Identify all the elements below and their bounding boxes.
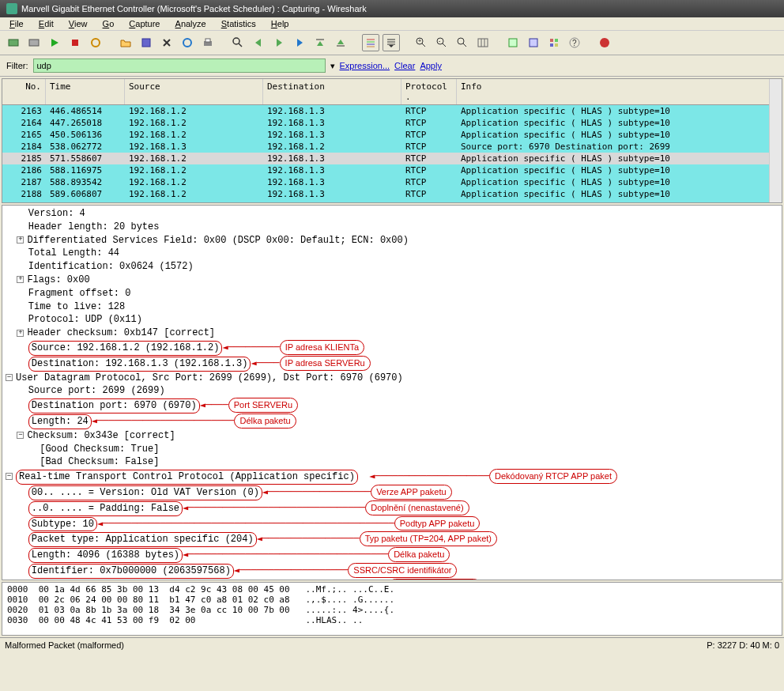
ip-hck: Header checksum: 0xb147 [correct]	[27, 327, 215, 338]
menu-statistics[interactable]: Statistics	[215, 17, 262, 31]
ip-ident: Identification: 0x0624 (1572)	[28, 261, 194, 272]
ann-decoded: Dekódovaný RTCP APP paket	[489, 469, 617, 484]
table-row[interactable]: 2163446.486514192.168.1.2192.168.1.3RTCP…	[2, 105, 782, 117]
btn-start[interactable]	[46, 34, 63, 51]
table-row[interactable]: 2186588.116975192.168.1.2192.168.1.3RTCP…	[2, 164, 782, 176]
btn-options[interactable]	[25, 34, 43, 51]
menu-view[interactable]: View	[62, 17, 94, 31]
btn-zoom-out[interactable]: -	[433, 34, 450, 51]
filter-apply[interactable]: Apply	[420, 61, 442, 70]
filter-clear[interactable]: Clear	[394, 61, 415, 70]
col-dst[interactable]: Destination	[263, 79, 401, 104]
btn-save[interactable]	[138, 34, 155, 51]
collapse-icon[interactable]: −	[6, 473, 13, 480]
svg-marker-2	[51, 39, 58, 47]
col-info[interactable]: Info	[457, 79, 782, 104]
filter-dropdown[interactable]: ▾	[330, 61, 335, 71]
table-row[interactable]: 2188589.606807192.168.1.2192.168.1.3RTCP…	[2, 188, 782, 200]
table-row[interactable]: 2185571.558607192.168.1.2192.168.1.3RTCP…	[2, 153, 782, 164]
svg-rect-38	[530, 39, 537, 47]
menu-analyze[interactable]: Analyze	[169, 17, 213, 31]
rtcp-pad: ..0. .... = Padding: False	[28, 501, 183, 516]
btn-auto-scroll[interactable]	[383, 34, 400, 51]
svg-rect-1	[29, 40, 39, 46]
btn-filters[interactable]	[504, 34, 522, 51]
btn-close[interactable]	[158, 34, 175, 51]
btn-back[interactable]	[250, 34, 267, 51]
ann-ptype: Typ paketu (TP=204, APP paket)	[360, 531, 497, 546]
ip-dst: Destination: 192.168.1.3 (192.168.1.3)	[28, 357, 251, 372]
btn-reload[interactable]	[179, 34, 196, 51]
svg-point-9	[233, 38, 239, 44]
toolbar: + - ?	[0, 31, 784, 55]
btn-misc[interactable]	[596, 34, 613, 51]
packet-bytes[interactable]: 0000 00 1a 4d 66 85 3b 00 13 d4 c2 9c 43…	[2, 582, 782, 636]
btn-find[interactable]	[229, 34, 247, 51]
packet-details[interactable]: Version: 4 Header length: 20 bytes +Diff…	[2, 205, 782, 580]
btn-interfaces[interactable]	[5, 34, 22, 51]
svg-rect-40	[555, 39, 558, 42]
btn-first[interactable]	[311, 34, 329, 51]
btn-coloring[interactable]	[525, 34, 542, 51]
udp-dport: Destination port: 6970 (6970)	[28, 398, 200, 413]
btn-zoom-1[interactable]	[454, 34, 471, 51]
ip-src: Source: 192.168.1.2 (192.168.1.2)	[28, 341, 223, 356]
ann-plen: Délka paketu	[388, 547, 450, 562]
rtcp-name: Name (ASCII): HLAS	[28, 580, 138, 580]
ann-port-server: Port SERVERu	[228, 398, 298, 413]
udp-ck-bad: [Bad Checksum: False]	[40, 456, 159, 467]
svg-rect-34	[478, 39, 488, 47]
packet-list[interactable]: No. Time Source Destination Protocol . I…	[2, 78, 782, 203]
filter-input[interactable]	[33, 59, 326, 73]
table-row[interactable]: 2187588.893542192.168.1.2192.168.1.3RTCP…	[2, 176, 782, 188]
menu-edit[interactable]: Edit	[32, 17, 60, 31]
expand-icon[interactable]: +	[17, 236, 24, 244]
table-row[interactable]: 2189590.147325192.168.1.2192.168.1.3RTCP…	[2, 200, 782, 203]
btn-restart[interactable]	[87, 34, 104, 51]
svg-marker-16	[337, 40, 344, 44]
rtcp-ver: 00.. .... = Version: Old VAT Version (0)	[28, 485, 262, 500]
table-row[interactable]: 2164447.265018192.168.1.2192.168.1.3RTCP…	[2, 117, 782, 129]
ann-pad: Doplnění (nenastavené)	[365, 500, 469, 515]
table-row[interactable]: 2184538.062772192.168.1.3192.168.1.2RTCP…	[2, 141, 782, 153]
ip-proto: Protocol: UDP (0x11)	[28, 314, 142, 325]
btn-print[interactable]	[199, 34, 217, 51]
btn-last[interactable]	[332, 34, 349, 51]
expand-icon[interactable]: +	[17, 330, 24, 337]
svg-point-6	[183, 39, 191, 47]
btn-zoom-in[interactable]: +	[413, 34, 430, 51]
filter-label: Filter:	[6, 61, 28, 70]
ip-ttl: Time to live: 128	[28, 301, 125, 312]
col-no[interactable]: No.	[2, 79, 46, 104]
btn-resize-cols[interactable]	[474, 34, 492, 51]
col-proto[interactable]: Protocol .	[401, 79, 457, 104]
col-src[interactable]: Source	[125, 79, 263, 104]
svg-line-33	[463, 43, 466, 47]
btn-prefs[interactable]	[545, 34, 563, 51]
ip-dsf: Differentiated Services Field: 0x00 (DSC…	[27, 235, 408, 246]
col-time[interactable]: Time	[46, 79, 125, 104]
scrollbar[interactable]	[769, 79, 782, 202]
udp-ck-good: [Good Checksum: True]	[40, 444, 159, 455]
btn-open[interactable]	[117, 34, 134, 51]
btn-stop[interactable]	[66, 34, 84, 51]
filter-expression[interactable]: Expression...	[340, 61, 390, 70]
svg-text:?: ?	[572, 39, 577, 47]
svg-rect-41	[550, 43, 553, 47]
menu-file[interactable]: File	[3, 17, 30, 31]
collapse-icon[interactable]: −	[17, 432, 24, 439]
menu-go[interactable]: Go	[96, 17, 121, 31]
btn-goto[interactable]	[291, 34, 308, 51]
expand-icon[interactable]: +	[17, 276, 24, 283]
svg-line-10	[239, 43, 242, 47]
collapse-icon[interactable]: −	[6, 374, 13, 381]
btn-fwd[interactable]	[270, 34, 288, 51]
table-row[interactable]: 2165450.506136192.168.1.2192.168.1.3RTCP…	[2, 129, 782, 141]
svg-marker-12	[277, 39, 282, 47]
menu-help[interactable]: Help	[265, 17, 296, 31]
svg-text:-: -	[439, 38, 441, 43]
title-bar: Marvell Gigabit Ethernet Controller (Mic…	[0, 0, 784, 17]
btn-help[interactable]: ?	[566, 34, 583, 51]
menu-capture[interactable]: Capture	[122, 17, 166, 31]
btn-colorize[interactable]	[362, 34, 379, 51]
